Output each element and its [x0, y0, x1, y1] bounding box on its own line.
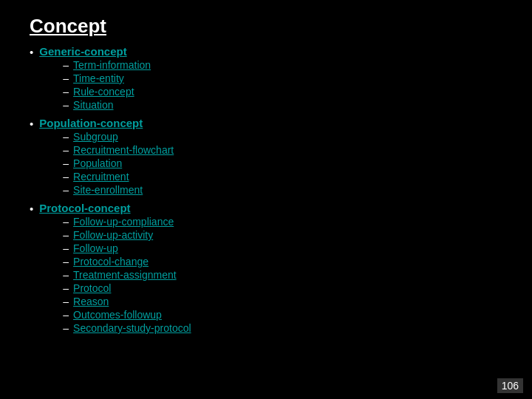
sub-item-2-4: –Treatment-assignment — [63, 269, 191, 281]
sub-item-2-7: –Outcomes-followup — [63, 309, 191, 321]
sub-list-2: –Follow-up-compliance–Follow-up-activity… — [39, 216, 191, 334]
bullet-group-0: Generic-concept–Term-information–Time-en… — [39, 45, 151, 112]
sub-text-1-2[interactable]: Population — [73, 157, 122, 169]
sub-dash-2-2: – — [63, 242, 69, 254]
page-title: Concept — [30, 15, 502, 38]
sub-item-1-4: –Site-enrollment — [63, 184, 174, 196]
sub-list-1: –Subgroup–Recruitment-flowchart–Populati… — [39, 131, 174, 196]
sub-text-2-7[interactable]: Outcomes-followup — [73, 309, 162, 321]
sub-dash-0-3: – — [63, 99, 69, 111]
sub-item-1-1: –Recruitment-flowchart — [63, 144, 174, 156]
bullet-dot-1: • — [30, 117, 33, 130]
bullet-item-1: •Population-concept–Subgroup–Recruitment… — [30, 117, 502, 197]
sub-item-1-3: –Recruitment — [63, 171, 174, 183]
sub-dash-1-4: – — [63, 184, 69, 196]
sub-text-0-2[interactable]: Rule-concept — [73, 86, 134, 98]
sub-dash-2-1: – — [63, 229, 69, 241]
sub-dash-0-1: – — [63, 72, 69, 84]
sub-dash-2-0: – — [63, 216, 69, 228]
sub-dash-2-6: – — [63, 296, 69, 307]
sub-item-2-1: –Follow-up-activity — [63, 229, 191, 241]
sub-dash-0-2: – — [63, 86, 69, 98]
sub-dash-0-0: – — [63, 59, 69, 71]
sub-item-2-0: –Follow-up-compliance — [63, 216, 191, 228]
bullet-label-1[interactable]: Population-concept — [39, 117, 143, 129]
sub-dash-2-4: – — [63, 269, 69, 281]
bullet-item-2: •Protocol-concept–Follow-up-compliance–F… — [30, 202, 502, 335]
sub-text-0-1[interactable]: Time-entity — [73, 72, 124, 84]
sub-text-0-0[interactable]: Term-information — [73, 59, 151, 71]
sub-list-0: –Term-information–Time-entity–Rule-conce… — [39, 59, 151, 111]
sub-item-1-0: –Subgroup — [63, 131, 174, 143]
sub-dash-1-1: – — [63, 144, 69, 156]
bullet-dot-0: • — [30, 46, 33, 58]
sub-item-0-0: –Term-information — [63, 59, 151, 71]
sub-text-2-0[interactable]: Follow-up-compliance — [73, 216, 174, 228]
bullet-label-2[interactable]: Protocol-concept — [39, 202, 130, 214]
sub-text-2-8[interactable]: Secondary-study-protocol — [73, 322, 191, 334]
bullet-dot-2: • — [30, 202, 33, 215]
sub-item-0-3: –Situation — [63, 99, 151, 111]
slide-container: Concept •Generic-concept–Term-informatio… — [0, 0, 532, 399]
sub-item-0-2: –Rule-concept — [63, 86, 151, 98]
sub-text-0-3[interactable]: Situation — [73, 99, 113, 111]
sub-text-2-4[interactable]: Treatment-assignment — [73, 269, 177, 281]
sub-dash-1-0: – — [63, 131, 69, 143]
sub-item-0-1: –Time-entity — [63, 72, 151, 84]
bullet-group-2: Protocol-concept–Follow-up-compliance–Fo… — [39, 202, 191, 335]
sub-dash-2-3: – — [63, 256, 69, 267]
sub-dash-1-2: – — [63, 157, 69, 169]
main-list: •Generic-concept–Term-information–Time-e… — [30, 45, 502, 335]
sub-item-2-8: –Secondary-study-protocol — [63, 322, 191, 334]
sub-dash-2-5: – — [63, 282, 69, 294]
sub-dash-1-3: – — [63, 171, 69, 183]
sub-dash-2-8: – — [63, 322, 69, 334]
sub-text-1-3[interactable]: Recruitment — [73, 171, 129, 183]
bullet-group-1: Population-concept–Subgroup–Recruitment-… — [39, 117, 174, 197]
page-number: 106 — [497, 378, 523, 393]
sub-item-1-2: –Population — [63, 157, 174, 169]
sub-item-2-6: –Reason — [63, 296, 191, 307]
sub-text-2-6[interactable]: Reason — [73, 296, 109, 307]
sub-item-2-5: –Protocol — [63, 282, 191, 294]
sub-item-2-2: –Follow-up — [63, 242, 191, 254]
sub-text-2-2[interactable]: Follow-up — [73, 242, 118, 254]
sub-text-1-4[interactable]: Site-enrollment — [73, 184, 143, 196]
sub-item-2-3: –Protocol-change — [63, 256, 191, 267]
sub-text-1-0[interactable]: Subgroup — [73, 131, 118, 143]
bullet-label-0[interactable]: Generic-concept — [39, 45, 126, 58]
sub-text-2-1[interactable]: Follow-up-activity — [73, 229, 153, 241]
sub-text-2-3[interactable]: Protocol-change — [73, 256, 149, 267]
sub-text-1-1[interactable]: Recruitment-flowchart — [73, 144, 174, 156]
sub-dash-2-7: – — [63, 309, 69, 321]
sub-text-2-5[interactable]: Protocol — [73, 282, 111, 294]
bullet-item-0: •Generic-concept–Term-information–Time-e… — [30, 45, 502, 112]
